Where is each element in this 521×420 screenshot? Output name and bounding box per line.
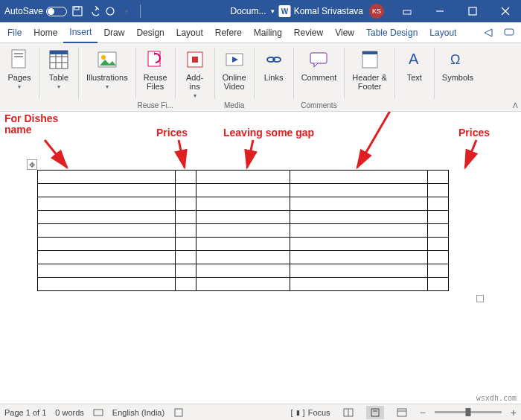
focus-mode[interactable]: [▮] Focus [291, 408, 330, 417]
svg-rect-22 [192, 57, 198, 63]
autosave-label: AutoSave [4, 6, 43, 16]
title-bar: AutoSave ▾ Docum... ▾ W Komal Srivastava… [0, 0, 521, 22]
reuse-files-icon [144, 48, 167, 71]
user-name: Komal Srivastava [294, 6, 363, 16]
table-move-handle-icon[interactable]: ✥ [27, 159, 37, 170]
group-illustrations: Illustrations ▾ [79, 43, 135, 111]
group-media: Online Video Media [215, 43, 254, 111]
svg-rect-26 [310, 53, 327, 63]
group-pages: Pages ▾ [0, 43, 39, 111]
tab-insert[interactable]: Insert [63, 22, 98, 43]
inserted-table[interactable] [37, 170, 449, 291]
svg-rect-10 [14, 53, 23, 54]
share-icon[interactable] [478, 22, 499, 43]
chevron-down-icon: ▾ [106, 83, 109, 90]
group-header-footer: Header & Footer [345, 43, 394, 111]
links-button[interactable]: Links [259, 46, 289, 83]
accessibility-icon[interactable] [173, 407, 184, 418]
annotation-dishes: For Dishes name [4, 113, 58, 136]
table-resize-handle-icon[interactable] [476, 295, 484, 302]
collapse-ribbon-icon[interactable]: ᐱ [513, 101, 518, 109]
spellcheck-icon[interactable] [93, 407, 103, 418]
comments-icon[interactable] [499, 22, 520, 43]
ribbon-body: Pages ▾ Table ▾ Illustrations ▾ Reuse Fi… [0, 43, 521, 112]
annotation-gap: Leaving some gap [223, 127, 314, 139]
tab-layout-contextual[interactable]: Layout [423, 22, 462, 43]
comment-button[interactable]: Comment [298, 46, 340, 83]
toggle-pill-icon [46, 7, 67, 16]
save-icon[interactable] [71, 5, 83, 17]
close-icon[interactable] [490, 0, 521, 22]
tab-references[interactable]: Refere [209, 22, 248, 43]
tab-home[interactable]: Home [28, 22, 63, 43]
addins-button[interactable]: Add- ins ▾ [180, 46, 210, 101]
svg-point-19 [101, 55, 106, 60]
illustrations-button[interactable]: Illustrations ▾ [83, 46, 131, 92]
document-title-area: Docum... ▾ W [230, 5, 290, 17]
tab-design[interactable]: Design [130, 22, 170, 43]
symbols-button[interactable]: Ω Symbols [439, 46, 476, 83]
illustrations-label: Illustrations [86, 73, 128, 82]
tab-mailings[interactable]: Mailing [248, 22, 288, 43]
tab-view[interactable]: View [329, 22, 360, 43]
header-footer-icon [358, 48, 382, 71]
qat-dropdown-icon[interactable]: ▾ [121, 5, 132, 17]
dropdown-icon[interactable]: ▾ [271, 7, 275, 15]
print-layout-icon[interactable] [366, 406, 384, 419]
zoom-slider[interactable] [435, 411, 502, 413]
annotation-prices2: Prices [458, 127, 490, 139]
svg-rect-37 [175, 409, 182, 416]
svg-line-32 [179, 140, 185, 168]
read-mode-icon[interactable] [339, 406, 357, 419]
chevron-down-icon: ▾ [57, 83, 60, 90]
autosave-toggle[interactable]: AutoSave [4, 6, 67, 16]
svg-line-34 [357, 112, 398, 168]
ribbon-display-icon[interactable] [391, 0, 423, 22]
group-links: Links [255, 43, 293, 111]
watermark: wsxdh.com [476, 394, 517, 402]
addins-label: Add- ins [186, 73, 203, 91]
svg-rect-17 [50, 51, 68, 54]
undo-icon[interactable] [88, 5, 100, 17]
svg-line-35 [465, 140, 476, 168]
user-avatar[interactable]: KS [369, 4, 384, 19]
document-area[interactable]: For Dishes name Prices Leaving some gap … [0, 112, 521, 404]
web-layout-icon[interactable] [393, 406, 411, 419]
reuse-group-label: Reuse Fi... [136, 101, 175, 109]
link-icon [262, 48, 286, 71]
tab-file[interactable]: File [1, 22, 28, 43]
reuse-files-label: Reuse Files [144, 73, 167, 91]
tab-layout[interactable]: Layout [170, 22, 209, 43]
tab-draw[interactable]: Draw [98, 22, 130, 43]
svg-rect-28 [362, 51, 377, 54]
text-icon: A [403, 48, 426, 71]
table-label: Table [49, 73, 68, 82]
group-symbols: Ω Symbols [435, 43, 481, 111]
language-indicator[interactable]: English (India) [112, 408, 164, 417]
tab-table-design[interactable]: Table Design [360, 22, 423, 43]
redo-icon[interactable] [104, 5, 116, 17]
addins-icon [183, 48, 207, 71]
pages-button[interactable]: Pages ▾ [4, 46, 34, 92]
text-label: Text [407, 73, 422, 82]
zoom-in-icon[interactable]: + [511, 407, 517, 419]
comment-label: Comment [301, 73, 337, 82]
svg-line-31 [45, 140, 67, 168]
word-app-icon: W [279, 5, 291, 17]
online-video-button[interactable]: Online Video [220, 46, 249, 92]
page-indicator[interactable]: Page 1 of 1 [4, 408, 46, 417]
comment-icon [307, 48, 330, 71]
table-button[interactable]: Table ▾ [44, 46, 74, 92]
symbols-label: Symbols [442, 73, 473, 82]
text-button[interactable]: A Text [400, 46, 429, 83]
svg-rect-36 [94, 410, 103, 416]
header-footer-button[interactable]: Header & Footer [349, 46, 389, 92]
reuse-files-button[interactable]: Reuse Files [141, 46, 170, 92]
word-count[interactable]: 0 words [55, 408, 84, 417]
tab-review[interactable]: Review [288, 22, 329, 43]
maximize-icon[interactable] [457, 0, 488, 22]
links-label: Links [264, 73, 284, 82]
pictures-icon [95, 48, 119, 71]
minimize-icon[interactable] [424, 0, 456, 22]
zoom-out-icon[interactable]: − [420, 407, 426, 419]
